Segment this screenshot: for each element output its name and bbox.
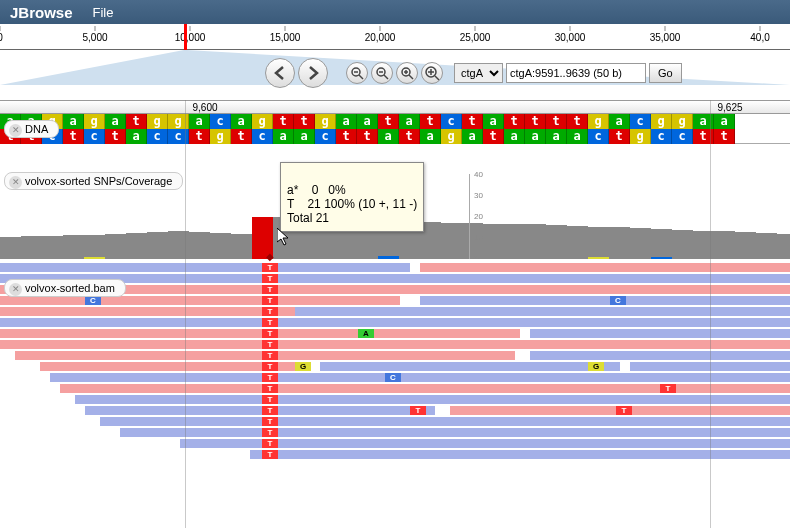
file-menu[interactable]: File — [93, 5, 114, 20]
mismatch-base: A — [358, 329, 374, 338]
snp-column-base: T — [262, 428, 278, 437]
dna-base: a — [357, 114, 378, 129]
alignment-read[interactable] — [420, 296, 790, 305]
track-label-text: volvox-sorted SNPs/Coverage — [25, 175, 172, 187]
dna-base: a — [273, 129, 294, 144]
coverage-bar[interactable] — [0, 237, 21, 259]
alignment-read[interactable] — [85, 406, 435, 415]
dna-base: g — [672, 114, 693, 129]
alignment-read[interactable] — [0, 296, 400, 305]
coverage-bar[interactable] — [525, 224, 546, 259]
coverage-bar[interactable] — [105, 234, 126, 259]
alignment-read[interactable] — [120, 428, 790, 437]
dna-base: c — [315, 129, 336, 144]
dna-base: c — [210, 114, 231, 129]
close-icon[interactable]: ✕ — [9, 176, 22, 189]
alignment-read[interactable] — [420, 263, 790, 272]
coverage-bar[interactable] — [609, 227, 630, 259]
coverage-bar[interactable] — [630, 228, 651, 259]
alignment-read[interactable] — [100, 417, 790, 426]
coverage-bar[interactable] — [567, 226, 588, 259]
bam-track-label[interactable]: ✕ volvox-sorted.bam — [4, 279, 126, 297]
alignment-read[interactable] — [530, 329, 790, 338]
coverage-track-label[interactable]: ✕ volvox-sorted SNPs/Coverage — [4, 172, 183, 190]
coverage-bar[interactable] — [441, 223, 462, 259]
zoom-out-button[interactable] — [371, 62, 393, 84]
coverage-bar[interactable] — [231, 234, 252, 259]
close-icon[interactable]: ✕ — [9, 283, 22, 296]
track-label-text: volvox-sorted.bam — [25, 282, 115, 294]
dna-base: c — [672, 129, 693, 144]
coverage-bar[interactable] — [735, 232, 756, 259]
alignment-read[interactable] — [0, 318, 790, 327]
gridline — [185, 100, 186, 528]
dna-base: c — [252, 129, 273, 144]
dna-base: c — [651, 129, 672, 144]
alignment-read[interactable] — [60, 384, 790, 393]
go-button[interactable]: Go — [649, 63, 682, 83]
coverage-bar[interactable] — [126, 233, 147, 259]
overview-tick: 25,000 — [460, 32, 491, 43]
coverage-bar[interactable] — [210, 233, 231, 259]
dna-base: g — [84, 114, 105, 129]
coverage-bar[interactable] — [651, 229, 672, 259]
alignment-read[interactable] — [250, 450, 790, 459]
ruler-tick: 9,625 — [717, 102, 742, 113]
coverage-bar[interactable] — [21, 236, 42, 259]
location-input[interactable] — [506, 63, 646, 83]
alignment-read[interactable] — [75, 395, 790, 404]
dna-base: g — [147, 114, 168, 129]
mismatch-base: G — [295, 362, 311, 371]
zoom-out-all-button[interactable] — [346, 62, 368, 84]
coverage-bar[interactable] — [504, 224, 525, 259]
mismatch-base: T — [616, 406, 632, 415]
dna-track-label[interactable]: ✕ DNA — [4, 120, 59, 138]
overview-position-marker[interactable] — [184, 24, 187, 50]
dna-base: c — [630, 114, 651, 129]
zoom-in-button[interactable] — [396, 62, 418, 84]
alignment-read[interactable] — [530, 351, 790, 360]
alignment-read[interactable] — [320, 362, 620, 371]
scale-ruler[interactable]: 9,6009,625 — [0, 100, 790, 114]
coverage-bar[interactable] — [777, 234, 790, 259]
refseq-select[interactable]: ctgA — [454, 63, 503, 83]
coverage-bar[interactable] — [147, 232, 168, 259]
overview-tick: 15,000 — [270, 32, 301, 43]
alignment-read[interactable] — [50, 373, 790, 382]
alignment-read[interactable] — [295, 307, 790, 316]
coverage-bar[interactable] — [189, 232, 210, 259]
pan-right-button[interactable] — [298, 58, 328, 88]
coverage-bar[interactable] — [714, 231, 735, 259]
dna-base: g — [210, 129, 231, 144]
coverage-bar[interactable] — [672, 230, 693, 259]
coverage-bar[interactable] — [63, 235, 84, 259]
dna-base: t — [525, 114, 546, 129]
coverage-bar[interactable] — [42, 236, 63, 259]
alignment-read[interactable] — [0, 329, 520, 338]
coverage-scale: 0 10 20 30 40 — [469, 174, 485, 259]
dna-base: t — [63, 129, 84, 144]
dna-base: a — [336, 114, 357, 129]
overview-tick: 5,000 — [82, 32, 107, 43]
alignment-read[interactable] — [0, 263, 410, 272]
dna-base: a — [609, 114, 630, 129]
alignment-read[interactable] — [0, 340, 790, 349]
coverage-bar[interactable] — [588, 227, 609, 259]
overview-tick: 35,000 — [650, 32, 681, 43]
dna-base: a — [483, 114, 504, 129]
pan-left-button[interactable] — [265, 58, 295, 88]
zoom-in-all-button[interactable] — [421, 62, 443, 84]
overview-ruler[interactable]: 05,00010,00015,00020,00025,00030,00035,0… — [0, 24, 790, 50]
alignment-read[interactable] — [0, 307, 295, 316]
track-label-text: DNA — [25, 123, 48, 135]
close-icon[interactable]: ✕ — [9, 124, 22, 137]
ruler-tick: 9,600 — [192, 102, 217, 113]
coverage-bar[interactable] — [483, 224, 504, 259]
coverage-bar[interactable] — [756, 233, 777, 259]
snp-column-base: T — [262, 406, 278, 415]
coverage-bar[interactable] — [84, 235, 105, 259]
svg-line-5 — [384, 75, 388, 79]
dna-base: a — [504, 129, 525, 144]
coverage-bar[interactable] — [546, 225, 567, 259]
dna-base: a — [462, 129, 483, 144]
